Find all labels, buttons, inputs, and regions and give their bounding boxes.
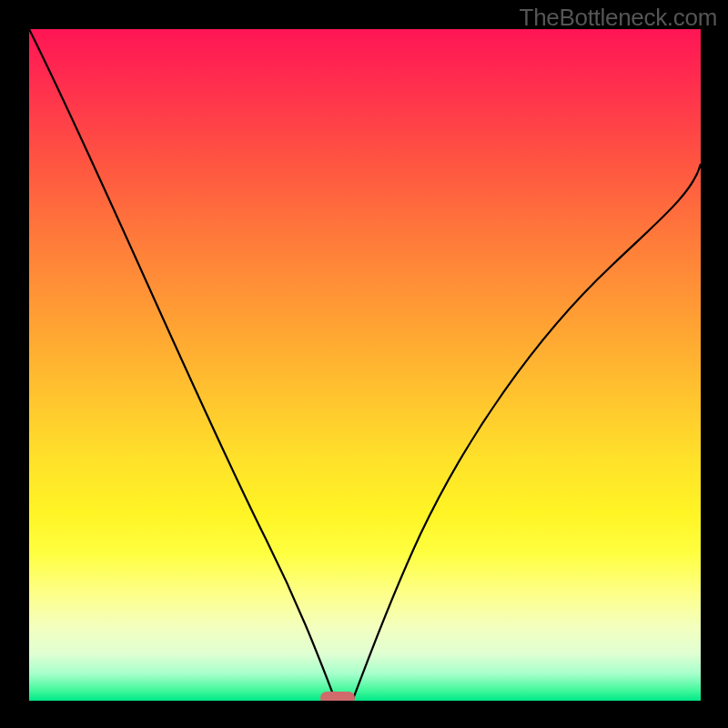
plot-area bbox=[29, 29, 701, 701]
curve-layer bbox=[29, 29, 701, 701]
right-curve-path bbox=[353, 164, 701, 699]
left-curve-path bbox=[29, 29, 335, 699]
chart-container: TheBottleneck.com bbox=[0, 0, 728, 728]
optimum-marker bbox=[320, 692, 355, 701]
watermark-text: TheBottleneck.com bbox=[520, 4, 717, 32]
